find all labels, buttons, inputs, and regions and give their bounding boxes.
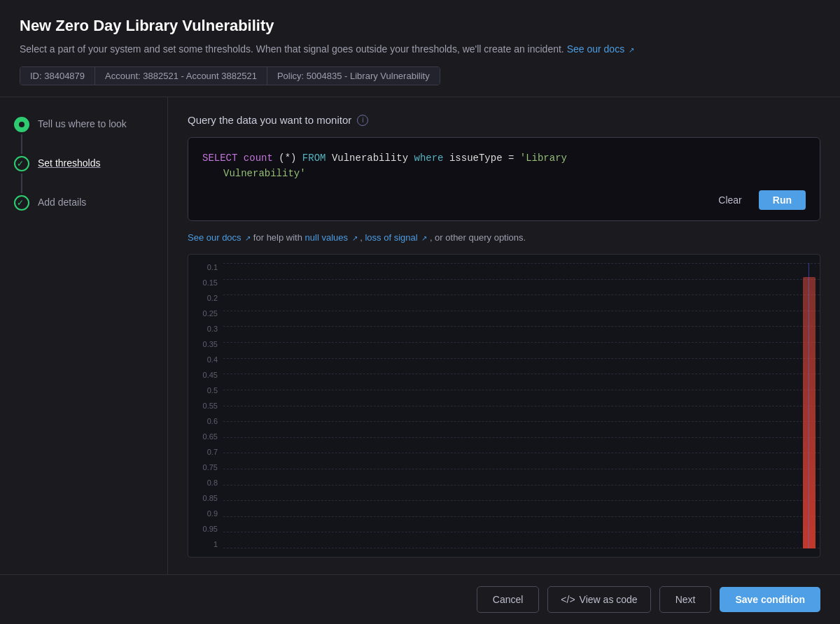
grid-line	[223, 469, 820, 469]
chart-plot	[223, 255, 820, 557]
grid-line	[223, 279, 820, 280]
code-icon: </>	[561, 594, 575, 605]
view-as-code-button[interactable]: </> View as code	[547, 586, 650, 613]
chart-bar	[803, 277, 816, 548]
string-value: 'Library	[520, 153, 567, 164]
loss-of-signal-link[interactable]: loss of signal ↗	[365, 232, 427, 243]
chart-y-label: 0.8	[194, 478, 218, 487]
string-value-cont: Vulnerability'	[223, 168, 306, 179]
eq-sign: =	[508, 153, 520, 164]
grid-line	[223, 532, 820, 532]
view-code-label: View as code	[580, 594, 638, 605]
chart-y-label: 0.2	[194, 294, 218, 302]
step-line-container-3	[14, 195, 29, 211]
breadcrumb-policy: Policy: 5004835 - Library Vulnerability	[267, 67, 440, 85]
chart-y-label: 0.45	[194, 371, 218, 379]
code-editor[interactable]: SELECT count (*) FROM Vulnerability wher…	[188, 137, 820, 221]
content-area: Query the data you want to monitor i SEL…	[168, 97, 840, 574]
step-label-tell-us: Tell us where to look	[38, 117, 127, 129]
step-label-set-thresholds: Set thresholds	[38, 156, 101, 169]
clear-button[interactable]: Clear	[708, 190, 751, 210]
grid-line	[223, 485, 820, 485]
step-add-details: Add details	[14, 195, 153, 211]
grid-line	[223, 516, 820, 517]
code-line-2: Vulnerability'	[202, 166, 806, 181]
grid-line	[223, 342, 820, 343]
external-link-icon: ↗	[629, 46, 634, 54]
chart-grid-lines	[223, 255, 820, 557]
chart-y-label: 0.35	[194, 340, 218, 348]
checkmark-icon-2	[17, 198, 27, 208]
step-connector-2	[21, 173, 22, 193]
grid-line	[223, 453, 820, 453]
keyword-where: where	[414, 153, 444, 164]
chart-y-label: 0.5	[194, 386, 218, 395]
docs-link[interactable]: See our docs ↗	[567, 43, 634, 55]
ext-link-icon-2: ↗	[352, 234, 358, 242]
step-set-thresholds[interactable]: Set thresholds	[14, 156, 153, 195]
grid-line	[223, 390, 820, 390]
step-label-add-details: Add details	[38, 195, 86, 208]
chart-y-label: 0.4	[194, 355, 218, 364]
keyword-count: count	[244, 153, 273, 164]
ext-link-icon-1: ↗	[245, 234, 251, 242]
ext-link-icon-3: ↗	[421, 234, 427, 242]
code-line-1: SELECT count (*) FROM Vulnerability wher…	[202, 150, 806, 166]
null-values-link[interactable]: null values ↗	[305, 232, 358, 243]
save-condition-button[interactable]: Save condition	[720, 587, 820, 612]
keyword-from: FROM	[302, 153, 326, 164]
query-section-title: Query the data you want to monitor i	[188, 114, 820, 126]
sidebar: Tell us where to look Set thresholds	[0, 97, 168, 574]
grid-line	[223, 311, 820, 311]
chart-area: 10.950.90.850.80.750.70.650.60.550.50.45…	[188, 254, 820, 558]
chart-bar-area	[803, 263, 816, 548]
grid-line	[223, 500, 820, 501]
grid-line	[223, 406, 820, 406]
chart-y-label: 0.25	[194, 309, 218, 318]
docs-link-2[interactable]: See our docs ↗	[188, 232, 251, 243]
header: New Zero Day Library Vulnerability Selec…	[0, 0, 840, 97]
step-icon-tell-us	[14, 117, 29, 132]
code-actions: Clear Run	[202, 190, 806, 210]
grid-line	[223, 295, 820, 295]
next-button[interactable]: Next	[659, 586, 712, 613]
field-name: issueType	[449, 153, 508, 164]
chart-y-label: 0.3	[194, 325, 218, 333]
chart-y-label: 0.1	[194, 263, 218, 271]
chart-tooltip-line	[808, 263, 809, 548]
chart-y-label: 0.75	[194, 463, 218, 471]
grid-line	[223, 358, 820, 359]
header-subtitle: Select a part of your system and set som…	[20, 42, 820, 57]
step-icon-set-thresholds	[14, 156, 29, 171]
chart-y-label: 0.9	[194, 509, 218, 518]
grid-line	[223, 421, 820, 422]
checkmark-icon	[17, 159, 27, 169]
chart-y-label: 1	[194, 540, 218, 548]
step-line-container-2	[14, 156, 29, 195]
page-title: New Zero Day Library Vulnerability	[20, 17, 820, 35]
breadcrumb-id: ID: 38404879	[20, 67, 95, 85]
info-icon[interactable]: i	[357, 115, 368, 126]
grid-line	[223, 326, 820, 327]
step-connector-1	[21, 134, 22, 154]
step-icon-add-details	[14, 195, 29, 211]
chart-y-label: 0.85	[194, 494, 218, 502]
steps-list: Tell us where to look Set thresholds	[14, 117, 153, 211]
chart-y-label: 0.65	[194, 432, 218, 441]
chart-y-label: 0.7	[194, 448, 218, 456]
chart-y-label: 0.55	[194, 402, 218, 410]
breadcrumb: ID: 38404879 Account: 3882521 - Account …	[20, 66, 440, 85]
table-name: Vulnerability	[332, 153, 414, 164]
keyword-select: SELECT	[202, 153, 237, 164]
footer-bar: Cancel </> View as code Next Save condit…	[0, 574, 840, 624]
step-line-container-1	[14, 117, 29, 156]
main-content: Tell us where to look Set thresholds	[0, 97, 840, 574]
chart-y-axis: 10.950.90.850.80.750.70.650.60.550.50.45…	[188, 255, 223, 557]
grid-line	[223, 548, 820, 548]
step-tell-us: Tell us where to look	[14, 117, 153, 156]
chart-y-label: 0.15	[194, 278, 218, 287]
cancel-button[interactable]: Cancel	[477, 586, 540, 613]
grid-line	[223, 263, 820, 264]
run-button[interactable]: Run	[759, 190, 806, 210]
help-text: See our docs ↗ for help with null values…	[188, 232, 820, 243]
